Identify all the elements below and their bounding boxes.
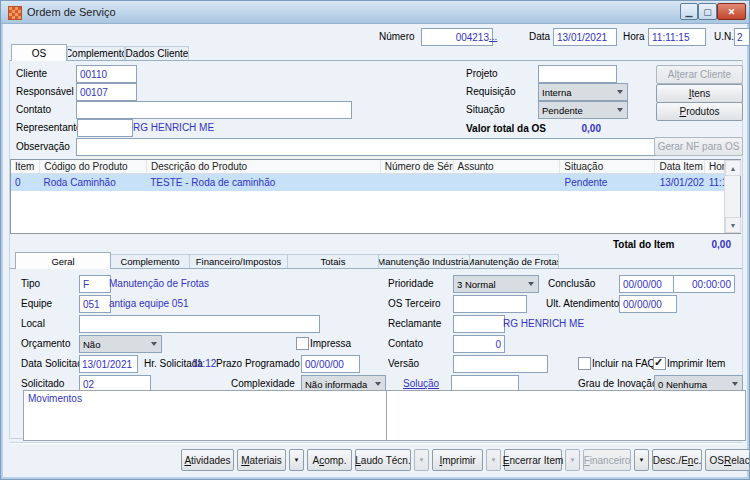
- tab-geral[interactable]: Geral: [15, 252, 111, 269]
- cliente-input[interactable]: 00110: [76, 65, 137, 83]
- conclusao-date-input[interactable]: 00/00/00: [619, 275, 677, 293]
- numero-lookup-link[interactable]: ...: [489, 31, 497, 42]
- contato2-input[interactable]: 0: [453, 335, 505, 353]
- acomp-button[interactable]: Acomp.: [307, 449, 352, 471]
- imprimir-button[interactable]: Imprimir: [432, 449, 483, 471]
- financeiro-dropdown-icon[interactable]: ▼: [634, 449, 649, 471]
- col-codigo[interactable]: Código do Produto: [39, 160, 146, 173]
- valor-total-value: 0,00: [546, 123, 601, 135]
- produtos-button[interactable]: Produtos: [656, 102, 743, 121]
- projeto-input[interactable]: [538, 65, 617, 83]
- tab-totais[interactable]: Totais: [288, 254, 379, 268]
- financeiro-button[interactable]: Financeiro: [583, 449, 631, 471]
- movimentos-textarea[interactable]: Movimentos: [23, 390, 389, 441]
- representante-input[interactable]: [77, 119, 133, 137]
- os-relac-button[interactable]: OS Relac.: [705, 449, 750, 471]
- cell-codigo: Roda Caminhão: [39, 174, 146, 191]
- incluir-faq-checkbox[interactable]: [578, 357, 591, 370]
- grau-inovacao-label: Grau de Inovação: [578, 378, 658, 390]
- tab-detail-complemento[interactable]: Complemento: [111, 254, 190, 268]
- reclamante-input[interactable]: [453, 315, 505, 333]
- local-label: Local: [21, 318, 45, 330]
- numero-input[interactable]: 004213: [421, 28, 493, 46]
- situacao-select[interactable]: Pendente: [538, 101, 628, 119]
- reclamante-label: Reclamante: [388, 318, 441, 330]
- numero-label: Número: [379, 31, 415, 43]
- data-input[interactable]: 13/01/2021: [553, 28, 617, 46]
- versao-label: Versão: [388, 358, 419, 370]
- alterar-cliente-button[interactable]: Alterar Cliente: [656, 65, 743, 84]
- materiais-button[interactable]: Materiais: [237, 449, 286, 471]
- tipo-label: Tipo: [21, 278, 40, 290]
- scroll-up-icon[interactable]: ▲: [725, 160, 741, 176]
- col-serie[interactable]: Número de Série: [380, 160, 453, 173]
- laudo-tecn-button[interactable]: Laudo Técn.: [355, 449, 411, 471]
- orcamento-label: Orçamento: [21, 338, 70, 350]
- impressa-checkbox[interactable]: [296, 337, 309, 350]
- solicitado-label: Solicitado: [21, 378, 64, 390]
- tab-dados-cliente[interactable]: Dados Cliente: [125, 46, 189, 60]
- imprimir-item-checkbox[interactable]: [653, 357, 666, 370]
- observacao-input[interactable]: [76, 138, 656, 156]
- prioridade-select[interactable]: 3 Normal: [453, 275, 539, 293]
- tab-financeiro-impostos[interactable]: Financeiro/Impostos: [190, 254, 288, 268]
- tab-manutencao-industrial[interactable]: Manutenção Industrial: [379, 254, 470, 268]
- observacoes-textarea[interactable]: [386, 390, 746, 441]
- col-item[interactable]: Item: [11, 160, 39, 173]
- hora-input[interactable]: 11:11:15: [648, 28, 706, 46]
- detail-tabstrip: Geral Complemento Financeiro/Impostos To…: [9, 253, 743, 269]
- hora-label: Hora: [623, 31, 645, 43]
- bottom-divider: [9, 442, 743, 443]
- tab-os[interactable]: OS: [11, 44, 67, 61]
- prazo-input[interactable]: 00/00/00: [301, 355, 360, 373]
- close-button[interactable]: ✕: [717, 3, 746, 20]
- encerrar-dropdown-icon[interactable]: ▼: [565, 449, 580, 471]
- cell-situacao: Pendente: [561, 174, 656, 191]
- tipo-desc: Manutenção de Frotas: [109, 278, 209, 290]
- table-row[interactable]: 0 Roda Caminhão TESTE - Roda de caminhão…: [11, 174, 740, 191]
- ult-atendimento-input[interactable]: 00/00/00: [619, 295, 677, 313]
- desc-enc-button[interactable]: Desc./Enc.: [652, 449, 702, 471]
- equipe-desc: antiga equipe 051: [109, 298, 189, 310]
- os-terceiro-input[interactable]: [453, 295, 527, 313]
- tab-complemento[interactable]: Complemento: [67, 46, 125, 60]
- total-item-value: 0,00: [681, 239, 731, 251]
- orcamento-select[interactable]: Não: [79, 335, 162, 353]
- atividades-button[interactable]: Atividades: [181, 449, 234, 471]
- imprimir-dropdown-icon[interactable]: ▼: [486, 449, 501, 471]
- table-scrollbar[interactable]: ▲ ▼: [724, 160, 740, 233]
- responsavel-input[interactable]: 00107: [76, 83, 137, 101]
- solucao-link[interactable]: Solução: [403, 378, 439, 389]
- cell-serie: [381, 174, 454, 191]
- cliente-label: Cliente: [16, 68, 47, 80]
- tab-manutencao-frotas[interactable]: Manutenção de Frotas: [470, 254, 559, 268]
- data-solicitada-input[interactable]: 13/01/2021: [79, 355, 138, 373]
- scroll-down-icon[interactable]: ▼: [725, 217, 741, 233]
- representante-label: Representante: [16, 122, 82, 134]
- col-data-item[interactable]: Data Item: [654, 160, 704, 173]
- complexidade-label: Complexidade: [231, 378, 295, 390]
- col-assunto[interactable]: Assunto: [453, 160, 560, 173]
- tipo-input[interactable]: F: [79, 275, 111, 293]
- minimize-button[interactable]: ▁: [680, 3, 698, 20]
- versao-input[interactable]: [453, 355, 548, 373]
- gerar-nf-button[interactable]: Gerar NF para OS: [654, 137, 743, 156]
- materiais-dropdown-icon[interactable]: ▼: [289, 449, 304, 471]
- bottom-toolbar: Atividades Materiais ▼ Acomp. Laudo Técn…: [181, 449, 750, 471]
- equipe-input[interactable]: 051: [79, 295, 111, 313]
- maximize-button[interactable]: ▢: [698, 3, 717, 20]
- col-situacao[interactable]: Situação: [559, 160, 654, 173]
- laudo-dropdown-icon[interactable]: ▼: [414, 449, 429, 471]
- itens-button[interactable]: Itens: [656, 84, 743, 103]
- conclusao-time-input[interactable]: 00:00:00: [673, 275, 735, 293]
- requisicao-label: Requisição: [466, 86, 515, 98]
- encerrar-item-button[interactable]: Encerrar Item: [504, 449, 562, 471]
- contato-input[interactable]: [76, 101, 352, 119]
- un-input[interactable]: 2: [734, 28, 750, 46]
- main-tabstrip: OS Complemento Dados Cliente: [9, 46, 743, 61]
- col-descricao[interactable]: Descrição do Produto: [146, 160, 380, 173]
- os-terceiro-label: OS Terceiro: [388, 298, 441, 310]
- local-input[interactable]: [79, 315, 320, 333]
- ult-atendimento-label: Ult. Atendimento: [546, 298, 619, 310]
- requisicao-select[interactable]: Interna: [538, 83, 628, 101]
